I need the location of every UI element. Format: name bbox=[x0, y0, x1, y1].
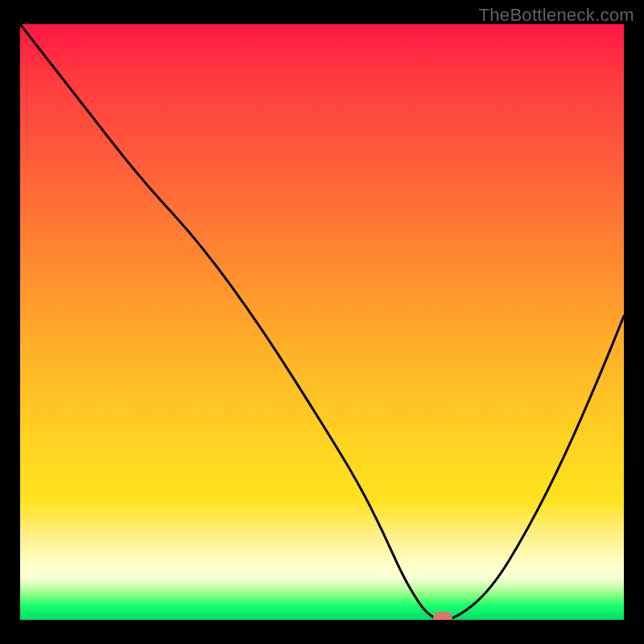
curve-svg bbox=[20, 24, 624, 620]
plot-area bbox=[20, 24, 624, 620]
bottleneck-curve bbox=[20, 24, 624, 620]
watermark-label: TheBottleneck.com bbox=[479, 5, 634, 26]
optimal-point-marker bbox=[433, 612, 452, 620]
chart-container: TheBottleneck.com bbox=[0, 0, 644, 644]
